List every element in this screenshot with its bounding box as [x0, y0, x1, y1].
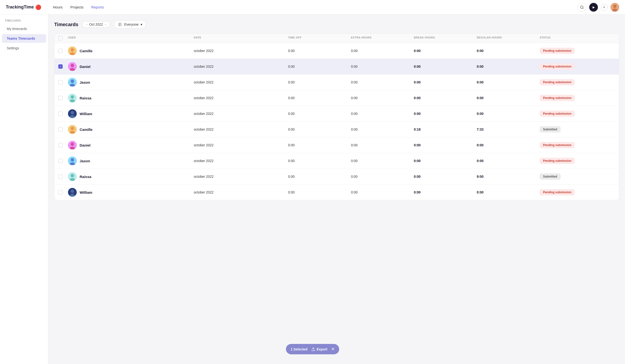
header-checkbox[interactable]	[58, 36, 68, 40]
row-checkbox[interactable]	[58, 127, 68, 132]
row-extra-hours: 0:00	[351, 112, 414, 116]
row-checkbox[interactable]	[58, 174, 68, 179]
sidebar-item-my-timecards[interactable]: My timecards	[2, 25, 46, 33]
row-status: Pending submission	[540, 63, 615, 70]
row-extra-hours: 0:00	[351, 175, 414, 179]
row-checkbox[interactable]	[58, 96, 68, 100]
row-select-checkbox[interactable]	[58, 96, 63, 100]
svg-line-1	[583, 8, 583, 9]
export-button[interactable]: Export	[311, 347, 327, 351]
nav-reports[interactable]: Reports	[91, 5, 104, 9]
play-timer-button[interactable]: ▶	[589, 3, 598, 12]
row-status: Pending submission	[540, 95, 615, 101]
table-row[interactable]: William october 2022 0:00 0:00 0:00 0:00…	[55, 106, 619, 122]
row-select-checkbox[interactable]: ✓	[58, 64, 63, 69]
user-avatar	[68, 46, 77, 55]
user-name: William	[80, 112, 92, 116]
filter-label: Everyone	[124, 23, 139, 26]
status-badge: Pending submission	[540, 79, 575, 85]
action-bar: 1 Selected Export ✕	[286, 344, 339, 354]
row-checkbox[interactable]: ✓	[58, 64, 68, 69]
row-select-checkbox[interactable]	[58, 159, 63, 163]
header-regular-hours: REGULAR HOURS	[477, 36, 540, 40]
user-avatar[interactable]	[610, 3, 619, 12]
status-badge: Pending submission	[540, 48, 575, 54]
row-time-off: 0:00	[288, 80, 351, 84]
header-user: USER	[68, 36, 194, 40]
row-status: Pending submission	[540, 48, 615, 54]
row-break-hours: 0:00	[414, 175, 477, 179]
row-checkbox[interactable]	[58, 190, 68, 194]
logo-text: TrackingTime	[6, 5, 34, 10]
row-user-cell: Raissa	[68, 172, 194, 181]
row-status: Pending submission	[540, 158, 615, 164]
table-row[interactable]: Jason october 2022 0:00 0:00 0:00 0:00 P…	[55, 153, 619, 169]
table-row[interactable]: Camille october 2022 0:00 0:00 0:00 0:00…	[55, 43, 619, 59]
row-regular-hours: 0:00	[477, 96, 540, 100]
nav-projects[interactable]: Projects	[70, 5, 84, 9]
month-navigator[interactable]: ‹ Oct 2022 ›	[82, 21, 110, 28]
row-user-cell: Camille	[68, 46, 194, 55]
action-bar-close-button[interactable]: ✕	[331, 347, 334, 351]
table-row[interactable]: Jason october 2022 0:00 0:00 0:00 0:00 P…	[55, 74, 619, 90]
status-badge: Pending submission	[540, 189, 575, 195]
row-regular-hours: 0:00	[477, 112, 540, 116]
row-break-hours: 0:00	[414, 190, 477, 194]
user-name: Raissa	[80, 96, 91, 100]
row-select-checkbox[interactable]	[58, 174, 63, 179]
row-select-checkbox[interactable]	[58, 112, 63, 116]
table-row[interactable]: William october 2022 0:00 0:00 0:00 0:00…	[55, 184, 619, 200]
row-checkbox[interactable]	[58, 143, 68, 147]
row-time-off: 0:00	[288, 96, 351, 100]
row-user-cell: William	[68, 109, 194, 118]
filter-everyone-button[interactable]: Everyone ▾	[114, 20, 146, 29]
user-avatar	[68, 188, 77, 197]
row-status: Pending submission	[540, 142, 615, 148]
user-name: Daniel	[80, 143, 91, 147]
avatar-image	[68, 46, 77, 55]
avatar-image	[68, 172, 77, 181]
row-checkbox[interactable]	[58, 112, 68, 116]
row-break-hours: 0:00	[414, 49, 477, 53]
prev-month-button[interactable]: ‹	[85, 23, 88, 26]
avatar-image	[68, 93, 77, 102]
sidebar-item-settings[interactable]: Settings	[2, 44, 46, 53]
table-row[interactable]: Raissa october 2022 0:00 0:00 0:00 0:00 …	[55, 90, 619, 106]
header-status: STATUS	[540, 36, 615, 40]
select-all-checkbox[interactable]	[58, 36, 63, 40]
row-date: october 2022	[194, 80, 288, 84]
row-checkbox[interactable]	[58, 159, 68, 163]
row-select-checkbox[interactable]	[58, 127, 63, 132]
search-button[interactable]	[578, 3, 586, 12]
row-time-off: 0:00	[288, 175, 351, 179]
user-avatar	[68, 156, 77, 165]
row-select-checkbox[interactable]	[58, 49, 63, 53]
nav-hours[interactable]: Hours	[53, 5, 63, 9]
page-header: Timecards ‹ Oct 2022 › Everyone ▾	[54, 20, 619, 29]
row-select-checkbox[interactable]	[58, 190, 63, 194]
row-regular-hours: 9:00	[477, 175, 540, 179]
row-checkbox[interactable]	[58, 80, 68, 84]
svg-point-0	[580, 6, 583, 8]
add-button[interactable]: +	[601, 4, 608, 11]
svg-point-22	[71, 127, 74, 130]
row-date: october 2022	[194, 175, 288, 179]
row-select-checkbox[interactable]	[58, 143, 63, 147]
table-row[interactable]: Camille october 2022 0:00 0:00 0:18 7:33…	[55, 122, 619, 137]
table-row[interactable]: ✓ Daniel october 2022 0:00 0:00 0:00 0:0…	[55, 59, 619, 74]
user-name: Camille	[80, 127, 93, 132]
row-extra-hours: 0:00	[351, 96, 414, 100]
row-select-checkbox[interactable]	[58, 80, 63, 84]
row-checkbox[interactable]	[58, 49, 68, 53]
table-row[interactable]: Raissa october 2022 0:00 0:00 0:00 9:00 …	[55, 169, 619, 184]
row-regular-hours: 7:33	[477, 127, 540, 131]
user-avatar	[68, 141, 77, 150]
avatar-image	[68, 156, 77, 165]
row-regular-hours: 0:00	[477, 190, 540, 194]
table-body: Camille october 2022 0:00 0:00 0:00 0:00…	[55, 43, 619, 200]
row-status: Submitted	[540, 173, 615, 180]
next-month-button[interactable]: ›	[104, 23, 107, 26]
sidebar-item-teams-timecards[interactable]: Teams Timecards	[2, 34, 46, 43]
table-row[interactable]: Daniel october 2022 0:00 0:00 0:00 0:00 …	[55, 137, 619, 153]
row-time-off: 0:00	[288, 112, 351, 116]
